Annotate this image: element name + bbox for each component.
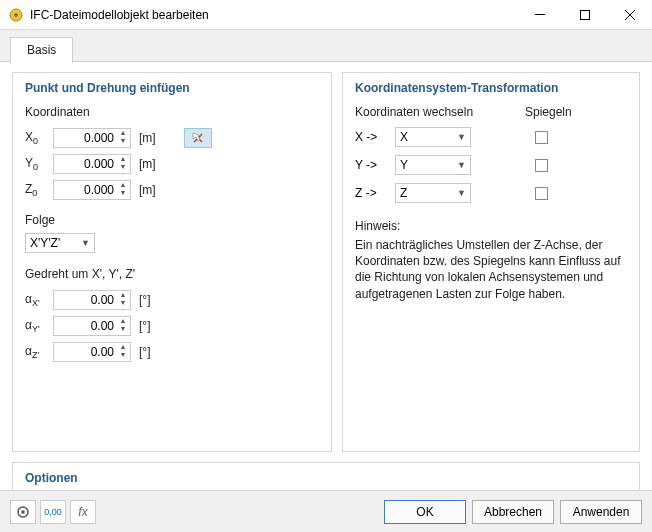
- chevron-down-icon: ▼: [457, 160, 466, 170]
- panel-transform: Koordinatensystem-Transformation Koordin…: [342, 72, 640, 452]
- apply-button[interactable]: Anwenden: [560, 500, 642, 524]
- alpha-y-input[interactable]: 0.00 ▲▼: [53, 316, 131, 336]
- x0-down[interactable]: ▼: [118, 138, 128, 146]
- mirror-header: Spiegeln: [525, 105, 572, 119]
- tool-button-fx[interactable]: fx: [70, 500, 96, 524]
- alpha-x-input[interactable]: 0.00 ▲▼: [53, 290, 131, 310]
- sequence-label: Folge: [25, 213, 319, 227]
- swap-header: Koordinaten wechseln: [355, 105, 525, 119]
- tab-bar: Basis: [0, 30, 652, 62]
- chevron-down-icon: ▼: [457, 132, 466, 142]
- x0-unit: [m]: [139, 131, 156, 145]
- hint-body: Ein nachträgliches Umstellen der Z-Achse…: [355, 237, 627, 302]
- z0-input[interactable]: 0.000 ▲▼: [53, 180, 131, 200]
- alpha-x-label: αX': [25, 292, 53, 308]
- z-from-label: Z ->: [355, 186, 395, 200]
- tool-button-1[interactable]: [10, 500, 36, 524]
- alpha-x-unit: [°]: [139, 293, 150, 307]
- ok-button[interactable]: OK: [384, 500, 466, 524]
- rotation-label: Gedreht um X', Y', Z': [25, 267, 319, 281]
- panel-insert-point: Punkt und Drehung einfügen Koordinaten X…: [12, 72, 332, 452]
- group-title-transform: Koordinatensystem-Transformation: [355, 81, 627, 95]
- bottom-bar: 0,00 fx OK Abbrechen Anwenden: [0, 490, 652, 532]
- close-button[interactable]: [607, 0, 652, 29]
- tool-button-units[interactable]: 0,00: [40, 500, 66, 524]
- maximize-button[interactable]: [562, 0, 607, 29]
- cancel-button[interactable]: Abbrechen: [472, 500, 554, 524]
- alpha-z-input[interactable]: 0.00 ▲▼: [53, 342, 131, 362]
- tab-basis[interactable]: Basis: [10, 37, 73, 63]
- y0-unit: [m]: [139, 157, 156, 171]
- alpha-y-unit: [°]: [139, 319, 150, 333]
- mirror-z-checkbox[interactable]: [535, 187, 548, 200]
- z0-down[interactable]: ▼: [118, 190, 128, 198]
- chevron-down-icon: ▼: [81, 238, 90, 248]
- x-to-select[interactable]: X▼: [395, 127, 471, 147]
- window-title: IFC-Dateimodellobjekt bearbeiten: [30, 8, 517, 22]
- z0-unit: [m]: [139, 183, 156, 197]
- group-title-insert: Punkt und Drehung einfügen: [25, 81, 319, 95]
- mirror-x-checkbox[interactable]: [535, 131, 548, 144]
- alpha-z-unit: [°]: [139, 345, 150, 359]
- coordinates-label: Koordinaten: [25, 105, 319, 119]
- x-from-label: X ->: [355, 130, 395, 144]
- svg-point-1: [14, 13, 18, 17]
- hint-title: Hinweis:: [355, 219, 627, 233]
- alpha-y-label: αY': [25, 318, 53, 334]
- y0-input[interactable]: 0.000 ▲▼: [53, 154, 131, 174]
- y0-label: Y0: [25, 156, 53, 172]
- minimize-button[interactable]: [517, 0, 562, 29]
- pick-point-button[interactable]: [184, 128, 212, 148]
- svg-rect-3: [580, 10, 589, 19]
- titlebar: IFC-Dateimodellobjekt bearbeiten: [0, 0, 652, 30]
- svg-rect-2: [535, 14, 545, 15]
- group-title-options: Optionen: [25, 471, 627, 485]
- y-from-label: Y ->: [355, 158, 395, 172]
- app-icon: [8, 7, 24, 23]
- y-to-select[interactable]: Y▼: [395, 155, 471, 175]
- y0-down[interactable]: ▼: [118, 164, 128, 172]
- mirror-y-checkbox[interactable]: [535, 159, 548, 172]
- z-to-select[interactable]: Z▼: [395, 183, 471, 203]
- svg-point-9: [21, 510, 25, 514]
- sequence-select[interactable]: X'Y'Z' ▼: [25, 233, 95, 253]
- x0-input[interactable]: 0.000 ▲▼: [53, 128, 131, 148]
- alpha-z-label: αZ': [25, 344, 53, 360]
- z0-label: Z0: [25, 182, 53, 198]
- chevron-down-icon: ▼: [457, 188, 466, 198]
- x0-label: X0: [25, 130, 53, 146]
